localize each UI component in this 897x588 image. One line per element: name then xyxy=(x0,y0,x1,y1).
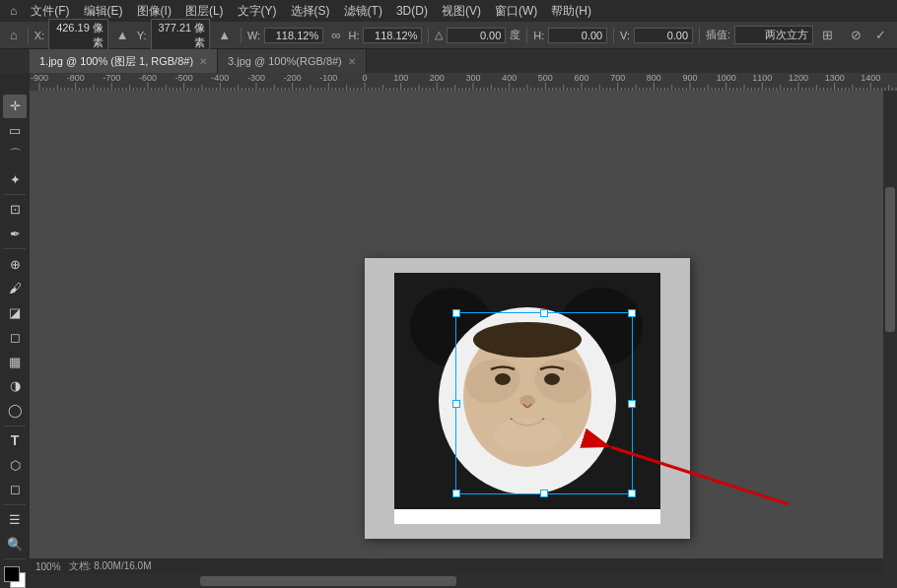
tab-3jpg[interactable]: 3.jpg @ 100%(RGB/8#) ✕ xyxy=(218,49,367,73)
tool-gradient[interactable]: ▦ xyxy=(3,350,27,373)
sep2 xyxy=(241,28,242,43)
tool-type[interactable]: T xyxy=(3,429,27,453)
h-label: H: xyxy=(348,30,359,41)
tool-crop[interactable]: ⊡ xyxy=(3,198,27,222)
angle-label: △ xyxy=(435,29,443,41)
ruler-h-canvas xyxy=(30,73,897,91)
ruler-horizontal xyxy=(30,73,897,91)
w-label: W: xyxy=(247,30,260,41)
sep1 xyxy=(28,28,29,43)
y-label: Y: xyxy=(137,30,147,41)
scrollbar-v-thumb[interactable] xyxy=(885,187,895,332)
h2-label: H: xyxy=(533,30,544,41)
tool-brush[interactable]: 🖌 xyxy=(3,277,27,300)
svg-point-7 xyxy=(495,373,511,385)
v-value[interactable]: 0.00 xyxy=(634,28,693,43)
tool-sep-4 xyxy=(4,504,26,505)
h2-value[interactable]: 0.00 xyxy=(548,28,607,43)
interp-select[interactable]: 两次立方 xyxy=(734,26,813,44)
tool-rect-select[interactable]: ▭ xyxy=(3,119,27,143)
svg-point-8 xyxy=(544,373,560,385)
scrollbar-horizontal[interactable] xyxy=(30,574,883,588)
statusbar: 100% 文档: 8.00M/16.0M xyxy=(30,558,883,574)
tool-notes[interactable]: ☰ xyxy=(3,508,27,532)
tab-1jpg[interactable]: 1.jpg @ 100% (图层 1, RGB/8#) ✕ xyxy=(30,49,218,73)
canvas-area[interactable]: 100% 文档: 8.00M/16.0M xyxy=(30,91,897,588)
scrollbar-corner xyxy=(883,574,897,588)
interp-label: 插值: xyxy=(706,28,730,42)
svg-point-11 xyxy=(473,322,582,358)
tool-eyedropper[interactable]: ✒ xyxy=(3,223,27,246)
tool-eraser[interactable]: ◻ xyxy=(3,326,27,350)
ruler-corner xyxy=(0,73,30,91)
sep4 xyxy=(526,28,527,43)
panda-image xyxy=(394,273,660,509)
tabsbar: 1.jpg @ 100% (图层 1, RGB/8#) ✕ 3.jpg @ 10… xyxy=(0,49,897,73)
x-label: X: xyxy=(34,30,44,41)
confirm-transform-button[interactable]: ✓ xyxy=(870,26,891,44)
sep5 xyxy=(613,28,614,43)
x-value[interactable]: 426.19 像素 xyxy=(48,19,108,52)
tool-move[interactable]: ✛ xyxy=(3,95,27,118)
home-icon[interactable]: ⌂ xyxy=(4,2,23,20)
tab-1jpg-label: 1.jpg @ 100% (图层 1, RGB/8#) xyxy=(39,54,193,69)
color-swatches[interactable] xyxy=(4,566,26,588)
y-value[interactable]: 377.21 像素 xyxy=(151,19,211,52)
tool-sep-5 xyxy=(4,558,26,559)
status-info: 文档: 8.00M/16.0M xyxy=(69,559,152,573)
tool-blur[interactable]: ◑ xyxy=(3,374,27,398)
menu-type[interactable]: 文字(Y) xyxy=(232,1,283,22)
angle-value[interactable]: 0.00 xyxy=(447,28,506,43)
menu-window[interactable]: 窗口(W) xyxy=(489,1,543,22)
tool-path[interactable]: ⬡ xyxy=(3,453,27,477)
home-button[interactable]: ⌂ xyxy=(6,26,22,44)
sep6 xyxy=(699,28,700,43)
tool-sep-2 xyxy=(4,248,26,249)
sep3 xyxy=(428,28,429,43)
menu-3d[interactable]: 3D(D) xyxy=(390,2,434,20)
menu-view[interactable]: 视图(V) xyxy=(436,1,487,22)
triangle2-icon: ▲ xyxy=(214,26,235,44)
scrollbar-h-thumb[interactable] xyxy=(200,576,456,586)
triangle-icon: ▲ xyxy=(112,26,133,44)
tool-magic-wand[interactable]: ✦ xyxy=(3,167,27,191)
v-label: V: xyxy=(620,30,630,41)
tab-1jpg-close[interactable]: ✕ xyxy=(199,56,207,67)
status-zoom: 100% xyxy=(35,561,61,572)
svg-point-9 xyxy=(519,395,535,407)
cancel-transform-button[interactable]: ⊘ xyxy=(846,26,866,44)
link-icon[interactable]: ∞ xyxy=(327,26,344,44)
grid-icon[interactable]: ⊞ xyxy=(817,26,838,44)
tool-clone[interactable]: ◪ xyxy=(3,301,27,325)
menu-select[interactable]: 选择(S) xyxy=(285,1,336,22)
menubar: ⌂ 文件(F) 编辑(E) 图像(I) 图层(L) 文字(Y) 选择(S) 滤镜… xyxy=(0,0,897,22)
deg-label: 度 xyxy=(510,28,520,42)
scrollbar-vertical[interactable] xyxy=(883,91,897,574)
tool-lasso[interactable]: ⌒ xyxy=(3,143,27,166)
tool-sep-3 xyxy=(4,425,26,426)
menu-help[interactable]: 帮助(H) xyxy=(545,1,597,22)
w-value[interactable]: 118.12% xyxy=(264,28,323,43)
h-value[interactable]: 118.12% xyxy=(363,28,422,43)
tool-zoom[interactable]: 🔍 xyxy=(3,532,27,555)
document-canvas xyxy=(365,258,690,539)
tool-sep-1 xyxy=(4,194,26,195)
optionsbar: ⌂ X: 426.19 像素 ▲ Y: 377.21 像素 ▲ W: 118.1… xyxy=(0,22,897,49)
tool-healing[interactable]: ⊕ xyxy=(3,252,27,276)
tab-3jpg-close[interactable]: ✕ xyxy=(348,56,356,67)
fg-color-swatch[interactable] xyxy=(4,566,20,582)
tool-dodge[interactable]: ◯ xyxy=(3,399,27,423)
svg-point-10 xyxy=(493,418,562,453)
tool-shape[interactable]: ◻ xyxy=(3,478,27,501)
menu-filter[interactable]: 滤镜(T) xyxy=(338,1,388,22)
toolbar-left: ✛ ▭ ⌒ ✦ ⊡ ✒ ⊕ 🖌 ◪ ◻ ▦ ◑ ◯ T ⬡ ◻ ☰ 🔍 xyxy=(0,91,30,588)
tab-3jpg-label: 3.jpg @ 100%(RGB/8#) xyxy=(228,55,342,67)
paper xyxy=(394,273,660,524)
